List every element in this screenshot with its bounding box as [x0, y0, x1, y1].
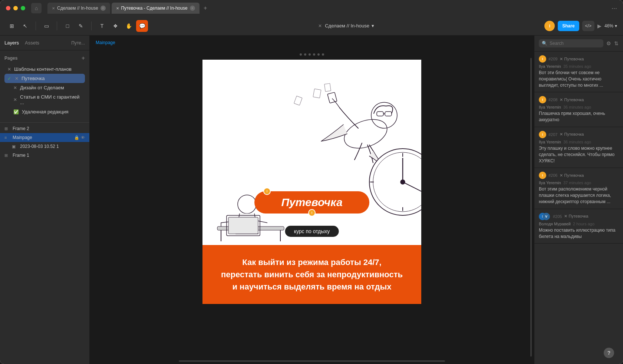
- sort-icon[interactable]: ⇅: [614, 40, 619, 46]
- comment-dot-2[interactable]: !: [308, 209, 316, 216]
- comment-206[interactable]: I #206 ✕ Путевочка Ilya Yeremin 37 minut…: [534, 168, 623, 209]
- select-tool-btn[interactable]: ↖: [19, 20, 31, 32]
- project-name[interactable]: Сделаем // In-house ▾: [325, 23, 374, 29]
- svg-rect-22: [228, 217, 258, 234]
- comment-page-206: ✕ Путевочка: [560, 173, 584, 178]
- subtitle-badge: курс по отдыху: [285, 226, 339, 237]
- user-avatar: I: [544, 21, 555, 31]
- pages-section: Pages + ✕ Шаблоны контент-планов ✓ ✕ Пут…: [0, 50, 89, 121]
- cursor-icon: ↖: [23, 23, 27, 29]
- layers-list: ⊞ Frame 2 ≡ Mainpage 🔒 👁 ▣ 2023-08-03 10…: [0, 124, 89, 160]
- comment-author-209: Ilya Yeremin: [539, 64, 561, 69]
- new-tab-button[interactable]: +: [201, 4, 210, 13]
- comment-author-205: Володя Муравей: [539, 222, 571, 226]
- tool-group-shapes: □ ✎: [62, 20, 87, 32]
- titlebar: ⌂ ✕ Сделаем // In-house × ✕ Путевочка - …: [0, 0, 623, 16]
- comment-tool-btn[interactable]: 💬: [136, 20, 148, 32]
- layer-frame1[interactable]: ⊞ Frame 1: [0, 151, 89, 160]
- tab-close-btn[interactable]: ×: [100, 6, 106, 11]
- tab-assets[interactable]: Assets: [25, 39, 39, 47]
- page-component-icon: ✕: [7, 67, 11, 72]
- frame-tool-btn[interactable]: ▭: [40, 20, 52, 32]
- comment-text-207: Эту плашку и слово можно крупнее сделать…: [539, 145, 619, 164]
- layer-image[interactable]: ▣ 2023-08-03 10.52 1: [0, 142, 89, 151]
- code-button[interactable]: </>: [582, 21, 594, 31]
- search-input[interactable]: [550, 41, 600, 46]
- frame-layer-icon-2: ⊞: [4, 153, 10, 158]
- comment-page-208: ✕ Путевочка: [560, 97, 584, 102]
- tab-close-btn-2[interactable]: ×: [190, 6, 195, 11]
- tool-group-move: ⊞ ↖: [6, 20, 31, 32]
- tab-bar: ✕ Сделаем // In-house × ✕ Путевочка - Сд…: [47, 3, 609, 14]
- pen-icon: ✎: [79, 23, 83, 29]
- logo-text: Путевочка: [281, 196, 342, 209]
- zoom-value: 46%: [604, 23, 613, 29]
- horizontal-scrollbar[interactable]: [179, 360, 445, 362]
- maximize-button[interactable]: [21, 6, 25, 10]
- page-component-icon-3: ✕: [13, 85, 17, 90]
- layer-mainpage[interactable]: ≡ Mainpage 🔒 👁: [0, 133, 89, 142]
- page-component-icon-2: ✕: [15, 76, 19, 81]
- page-item-remote[interactable]: ✅ Удаленная редакция: [4, 107, 85, 116]
- layer-frame2[interactable]: ⊞ Frame 2: [0, 124, 89, 133]
- zoom-control[interactable]: 46% ▾: [604, 23, 617, 29]
- tab-page-ref[interactable]: Путе...: [71, 40, 85, 46]
- shape-tool-btn[interactable]: □: [62, 20, 73, 32]
- component-layer-icon: ≡: [4, 135, 10, 140]
- comment-207[interactable]: I #207 ✕ Путевочка Ilya Yeremin 36 minut…: [534, 127, 623, 168]
- hand-tool-btn[interactable]: ✋: [123, 20, 135, 32]
- tab-sdelaem[interactable]: ✕ Сделаем // In-house ×: [47, 3, 110, 14]
- right-panel: 🔍 ⚙ ⇅ I #209 ✕ Путевочка Ilya Yeremin: [534, 36, 623, 364]
- comment-time-209: 35 minutes ago: [563, 64, 591, 69]
- page-name-2: Путевочка: [22, 76, 45, 81]
- component-tool-btn[interactable]: ❖: [109, 20, 121, 32]
- close-button[interactable]: [6, 6, 10, 10]
- bottom-line1: Как выйти из режима работы 24/7,: [221, 256, 403, 268]
- page-item-putevochka[interactable]: ✓ ✕ Путевочка: [4, 74, 85, 83]
- pages-header: Pages +: [4, 55, 85, 62]
- comment-209[interactable]: I #209 ✕ Путевочка Ilya Yeremin 35 minut…: [534, 52, 623, 92]
- share-button[interactable]: Share: [558, 21, 579, 31]
- home-icon: ⌂: [35, 5, 38, 11]
- tab-putevochka[interactable]: ✕ Путевочка - Сделаем // In-house ×: [112, 3, 200, 14]
- frame-dot: [322, 53, 324, 56]
- comment-id-205: #205: [553, 214, 562, 219]
- orange-bottom: Как выйти из режима работы 24/7, переста…: [202, 245, 421, 304]
- frame-dot: [309, 53, 311, 56]
- component-icon: ❖: [113, 23, 118, 29]
- comment-page-209: ✕ Путевочка: [560, 57, 584, 62]
- page-item-design[interactable]: ✕ Дизайн от Сделаем: [4, 83, 85, 92]
- breadcrumb[interactable]: Mainpage: [96, 40, 115, 45]
- comment-208[interactable]: I #208 ✕ Путевочка Ilya Yeremin 36 minut…: [534, 92, 623, 127]
- minimize-button[interactable]: [13, 6, 18, 10]
- tab-layers[interactable]: Layers: [4, 39, 19, 47]
- pen-tool-btn[interactable]: ✎: [75, 20, 87, 32]
- right-panel-header: 🔍 ⚙ ⇅: [534, 36, 623, 52]
- hand-icon: ✋: [126, 23, 132, 29]
- comment-205[interactable]: I V #205 ✕ Путевочка Володя Муравей 2 ho…: [534, 209, 623, 244]
- visibility-icon[interactable]: 👁: [81, 135, 85, 140]
- page-item-articles[interactable]: ✕ Статьи в СМИ с гарантией ...: [4, 92, 85, 107]
- search-icon: 🔍: [542, 41, 547, 46]
- move-tool-btn[interactable]: ⊞: [6, 20, 18, 32]
- code-icon: </>: [585, 23, 591, 29]
- layer-name-3: 2023-08-03 10.52 1: [20, 144, 85, 149]
- canvas-area[interactable]: Mainpage: [90, 36, 534, 364]
- text-tool-btn[interactable]: T: [96, 20, 108, 32]
- frame-dot: [304, 53, 306, 56]
- help-button[interactable]: ?: [604, 348, 614, 358]
- play-button[interactable]: ▶: [597, 23, 601, 29]
- comment-dot-1[interactable]: !: [263, 188, 271, 195]
- page-item-templates[interactable]: ✕ Шаблоны контент-планов: [4, 64, 85, 74]
- filter-icon[interactable]: ⚙: [606, 40, 611, 46]
- lock-icon[interactable]: 🔒: [74, 135, 79, 140]
- add-page-button[interactable]: +: [82, 55, 85, 62]
- home-button[interactable]: ⌂: [31, 3, 42, 13]
- comment-time-207: 36 minutes ago: [563, 140, 591, 144]
- sketch-svg: KPI: [202, 60, 421, 245]
- tab-label: Сделаем // In-house: [57, 6, 98, 11]
- vertical-scrollbar[interactable]: [530, 58, 532, 357]
- frame-dots: [300, 53, 324, 56]
- more-options-icon[interactable]: ···: [612, 4, 617, 12]
- separator-3: [91, 21, 92, 30]
